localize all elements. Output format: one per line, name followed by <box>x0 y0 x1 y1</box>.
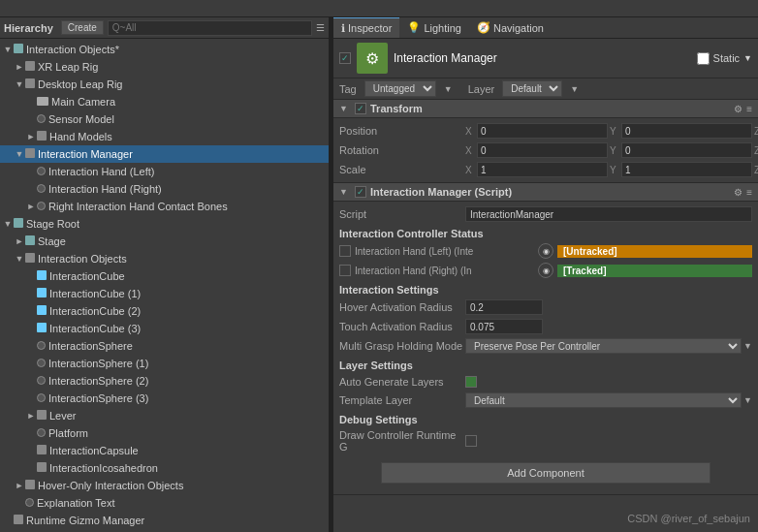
hierarchy-item-interaction-objects-child[interactable]: Interaction Objects <box>0 250 329 267</box>
hierarchy-item-desktop-leap-rig[interactable]: Desktop Leap Rig <box>0 76 329 93</box>
hierarchy-item-explanation-text[interactable]: Explanation Text <box>0 494 329 512</box>
debug-settings-header: Debug Settings <box>339 410 752 427</box>
label-platform: Platform <box>48 427 88 439</box>
hierarchy-item-interaction-hand-right[interactable]: Interaction Hand (Right) <box>0 180 329 198</box>
hierarchy-item-interaction-sphere[interactable]: InteractionSphere <box>0 337 329 355</box>
hierarchy-search[interactable] <box>108 20 312 36</box>
multi-grasp-select[interactable]: Preserve Pose Per Controller <box>465 338 742 354</box>
hierarchy-item-stage[interactable]: Stage <box>0 233 329 250</box>
hierarchy-item-stage-root[interactable]: Stage Root <box>0 215 329 233</box>
scale-x-input[interactable] <box>477 162 608 177</box>
transform-active-checkbox[interactable] <box>355 103 366 114</box>
arrow-interaction-objects-child <box>14 254 25 264</box>
tag-label: Tag <box>339 83 357 95</box>
hierarchy-item-interaction-sphere-1[interactable]: InteractionSphere (1) <box>0 355 329 372</box>
transform-menu-icon[interactable]: ≡ <box>746 104 752 114</box>
icon-interaction-objects <box>14 44 23 55</box>
auto-generate-checkbox[interactable] <box>465 376 477 388</box>
position-y-input[interactable] <box>621 123 752 139</box>
icon-hover-only <box>25 480 35 491</box>
transform-options-icon[interactable]: ⚙ <box>734 104 742 114</box>
hierarchy-item-hover-only[interactable]: Hover-Only Interaction Objects <box>0 477 329 494</box>
lighting-tab-label: Lighting <box>424 22 461 34</box>
script-expand-icon: ▼ <box>339 187 351 197</box>
tab-navigation[interactable]: 🧭 Navigation <box>469 17 552 38</box>
hierarchy-item-main-camera[interactable]: Main Camera <box>0 93 329 110</box>
draw-controller-checkbox[interactable] <box>465 435 477 447</box>
template-layer-label: Template Layer <box>339 394 465 406</box>
rotation-y-input[interactable] <box>621 142 752 158</box>
tag-select[interactable]: Untagged <box>364 80 436 97</box>
position-x-input[interactable] <box>477 123 608 139</box>
icon-interaction-hand-right <box>37 183 46 195</box>
hierarchy-options-icon[interactable]: ☰ <box>316 22 325 33</box>
hierarchy-item-interaction-icosahedron[interactable]: InteractionIcosahedron <box>0 459 329 477</box>
navigation-tab-icon: 🧭 <box>477 21 490 34</box>
scale-row: Scale X Y Z <box>339 160 752 179</box>
template-layer-row: Template Layer Default ▼ <box>339 391 752 410</box>
label-right-interaction-hand-contact-bones: Right Interaction Hand Contact Bones <box>48 201 228 212</box>
create-button[interactable]: Create <box>61 20 104 35</box>
icon-sensor-model <box>37 113 46 125</box>
hierarchy-item-interaction-cube[interactable]: InteractionCube <box>0 267 329 285</box>
template-layer-select[interactable]: Default <box>465 392 742 408</box>
hierarchy-item-interaction-hand-left[interactable]: Interaction Hand (Left) <box>0 163 329 180</box>
hierarchy-item-interaction-cube-3[interactable]: InteractionCube (3) <box>0 320 329 337</box>
touch-activation-row: Touch Activation Radius <box>339 317 752 336</box>
inspector-tab-icon: ℹ <box>341 22 345 35</box>
transform-icons: ⚙ ≡ <box>734 104 752 114</box>
hierarchy-item-interaction-sphere-3[interactable]: InteractionSphere (3) <box>0 390 329 407</box>
transform-expand-icon: ▼ <box>339 104 351 113</box>
tab-lighting[interactable]: 💡 Lighting <box>399 17 469 38</box>
tab-inspector[interactable]: ℹ Inspector <box>333 17 399 38</box>
scale-y-input[interactable] <box>621 162 752 177</box>
hierarchy-item-interaction-manager[interactable]: Interaction Manager <box>0 145 329 163</box>
touch-activation-input[interactable] <box>465 319 543 334</box>
position-x-field: X <box>465 123 608 139</box>
inspector-tabs: ℹ Inspector 💡 Lighting 🧭 Navigation <box>333 17 758 39</box>
hierarchy-item-interaction-cube-1[interactable]: InteractionCube (1) <box>0 285 329 302</box>
controller-2-checkbox[interactable] <box>339 265 351 276</box>
hierarchy-item-interaction-cube-2[interactable]: InteractionCube (2) <box>0 302 329 320</box>
controller-2-circle[interactable]: ◉ <box>538 263 553 278</box>
hierarchy-item-sensor-model[interactable]: Sensor Model <box>0 110 329 128</box>
hierarchy-item-platform[interactable]: Platform <box>0 424 329 442</box>
object-active-checkbox[interactable] <box>339 52 351 64</box>
controller-1-checkbox[interactable] <box>339 245 351 257</box>
rotation-x-input[interactable] <box>477 142 608 158</box>
position-label: Position <box>339 125 465 137</box>
icon-interaction-objects-child <box>25 253 35 265</box>
hover-activation-input[interactable] <box>465 299 543 315</box>
script-active-checkbox[interactable] <box>355 186 366 198</box>
hierarchy-item-runtime-gizmo[interactable]: Runtime Gizmo Manager <box>0 512 329 529</box>
transform-header[interactable]: ▼ Transform ⚙ ≡ <box>333 100 758 118</box>
hierarchy-item-lever[interactable]: Lever <box>0 407 329 424</box>
hierarchy-item-hand-models[interactable]: Hand Models <box>0 128 329 145</box>
static-checkbox[interactable] <box>697 52 710 65</box>
script-component-header[interactable]: ▼ Interaction Manager (Script) ⚙ ≡ <box>333 183 758 202</box>
hierarchy-item-interaction-objects[interactable]: Interaction Objects* <box>0 41 329 58</box>
rotation-y-label: Y <box>610 145 619 156</box>
add-component-button[interactable]: Add Component <box>381 462 711 484</box>
hierarchy-item-xr-leap-rig[interactable]: XR Leap Rig <box>0 58 329 76</box>
label-stage: Stage <box>38 235 66 247</box>
label-hand-models: Hand Models <box>49 131 112 142</box>
icon-interaction-hand-left <box>37 166 46 177</box>
multi-grasp-arrow: ▼ <box>743 341 752 351</box>
static-dropdown-icon[interactable]: ▼ <box>743 53 752 63</box>
script-options-icon[interactable]: ⚙ <box>734 187 742 198</box>
icon-desktop-leap-rig <box>25 78 35 90</box>
hierarchy-item-right-interaction-hand-contact-bones[interactable]: Right Interaction Hand Contact Bones <box>0 198 329 215</box>
label-main-camera: Main Camera <box>51 96 115 108</box>
hierarchy-item-interaction-sphere-2[interactable]: InteractionSphere (2) <box>0 372 329 390</box>
scale-label: Scale <box>339 164 465 175</box>
arrow-xr-leap-rig <box>14 62 25 72</box>
script-menu-icon[interactable]: ≡ <box>746 187 752 198</box>
hierarchy-item-interaction-capsule[interactable]: InteractionCapsule <box>0 442 329 459</box>
label-interaction-sphere-2: InteractionSphere (2) <box>48 375 148 387</box>
controller-2-row: Interaction Hand (Right) (In ◉ [Tracked] <box>339 261 752 280</box>
controller-1-circle[interactable]: ◉ <box>538 243 553 259</box>
layer-select[interactable]: Default <box>502 80 562 97</box>
static-checkbox-group: Static ▼ <box>697 52 752 65</box>
script-input[interactable] <box>465 206 752 222</box>
